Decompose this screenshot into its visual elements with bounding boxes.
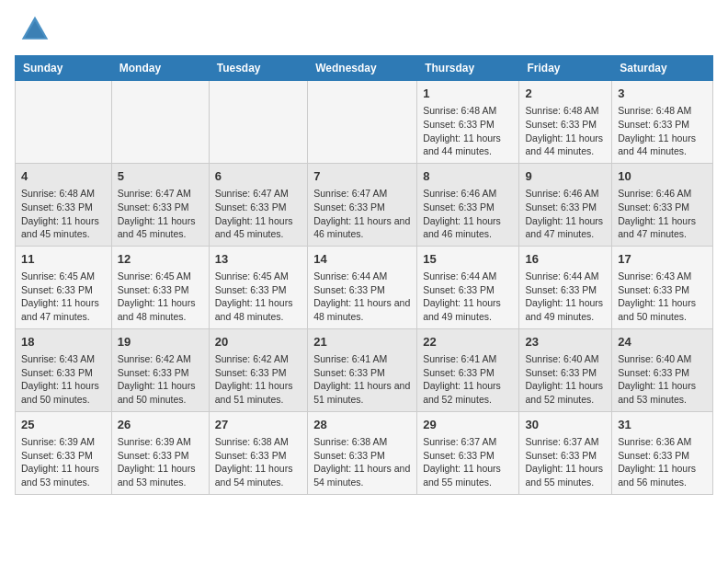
calendar-cell: 16Sunrise: 6:44 AM Sunset: 6:33 PM Dayli… [519, 246, 612, 328]
day-info: Sunrise: 6:37 AM Sunset: 6:33 PM Dayligh… [525, 435, 606, 489]
calendar-cell [209, 81, 307, 164]
calendar-cell: 8Sunrise: 6:46 AM Sunset: 6:33 PM Daylig… [417, 163, 519, 246]
calendar-header-tuesday: Tuesday [209, 56, 307, 81]
day-number: 21 [313, 334, 411, 350]
calendar-cell: 22Sunrise: 6:41 AM Sunset: 6:33 PM Dayli… [417, 328, 519, 411]
day-info: Sunrise: 6:38 AM Sunset: 6:33 PM Dayligh… [215, 435, 301, 489]
day-number: 18 [21, 334, 106, 350]
day-number: 5 [118, 168, 203, 185]
day-number: 17 [618, 251, 707, 268]
day-info: Sunrise: 6:45 AM Sunset: 6:33 PM Dayligh… [215, 270, 301, 324]
calendar-week-row: 25Sunrise: 6:39 AM Sunset: 6:33 PM Dayli… [16, 411, 713, 494]
calendar-cell: 11Sunrise: 6:45 AM Sunset: 6:33 PM Dayli… [16, 246, 112, 328]
calendar-week-row: 11Sunrise: 6:45 AM Sunset: 6:33 PM Dayli… [16, 246, 713, 328]
day-info: Sunrise: 6:39 AM Sunset: 6:33 PM Dayligh… [21, 435, 106, 489]
day-info: Sunrise: 6:42 AM Sunset: 6:33 PM Dayligh… [118, 352, 203, 407]
calendar-cell [111, 81, 209, 164]
day-info: Sunrise: 6:42 AM Sunset: 6:33 PM Dayligh… [215, 352, 301, 407]
calendar-cell: 17Sunrise: 6:43 AM Sunset: 6:33 PM Dayli… [612, 246, 713, 328]
day-number: 24 [618, 334, 707, 350]
day-number: 4 [21, 168, 106, 185]
calendar-cell: 29Sunrise: 6:37 AM Sunset: 6:33 PM Dayli… [417, 411, 519, 494]
day-number: 20 [215, 334, 301, 350]
day-number: 16 [525, 251, 606, 268]
day-info: Sunrise: 6:41 AM Sunset: 6:33 PM Dayligh… [313, 352, 411, 407]
calendar-week-row: 1Sunrise: 6:48 AM Sunset: 6:33 PM Daylig… [16, 81, 713, 164]
calendar-header-friday: Friday [519, 56, 612, 81]
calendar-cell: 2Sunrise: 6:48 AM Sunset: 6:33 PM Daylig… [519, 81, 612, 164]
day-number: 14 [313, 251, 411, 268]
day-number: 23 [525, 334, 606, 350]
day-number: 9 [525, 168, 606, 185]
calendar-cell: 28Sunrise: 6:38 AM Sunset: 6:33 PM Dayli… [308, 411, 417, 494]
day-number: 8 [423, 168, 513, 185]
day-info: Sunrise: 6:47 AM Sunset: 6:33 PM Dayligh… [313, 187, 411, 241]
day-number: 28 [313, 417, 411, 433]
day-info: Sunrise: 6:46 AM Sunset: 6:33 PM Dayligh… [525, 187, 606, 241]
calendar-cell: 3Sunrise: 6:48 AM Sunset: 6:33 PM Daylig… [612, 81, 713, 164]
day-number: 26 [118, 417, 203, 433]
day-number: 1 [423, 86, 513, 102]
calendar-cell: 13Sunrise: 6:45 AM Sunset: 6:33 PM Dayli… [209, 246, 307, 328]
day-info: Sunrise: 6:40 AM Sunset: 6:33 PM Dayligh… [618, 352, 707, 407]
day-number: 11 [21, 251, 106, 268]
calendar-header-monday: Monday [111, 56, 209, 81]
day-number: 19 [118, 334, 203, 350]
calendar-cell: 15Sunrise: 6:44 AM Sunset: 6:33 PM Dayli… [417, 246, 519, 328]
day-number: 3 [618, 86, 707, 102]
day-number: 25 [21, 417, 106, 433]
day-info: Sunrise: 6:40 AM Sunset: 6:33 PM Dayligh… [525, 352, 606, 407]
day-info: Sunrise: 6:39 AM Sunset: 6:33 PM Dayligh… [118, 435, 203, 489]
calendar-cell: 26Sunrise: 6:39 AM Sunset: 6:33 PM Dayli… [111, 411, 209, 494]
calendar-header-row: SundayMondayTuesdayWednesdayThursdayFrid… [16, 56, 713, 81]
day-info: Sunrise: 6:44 AM Sunset: 6:33 PM Dayligh… [423, 270, 513, 324]
day-number: 13 [215, 251, 301, 268]
calendar-cell: 14Sunrise: 6:44 AM Sunset: 6:33 PM Dayli… [308, 246, 417, 328]
calendar-cell [308, 81, 417, 164]
day-info: Sunrise: 6:36 AM Sunset: 6:33 PM Dayligh… [618, 435, 707, 489]
day-info: Sunrise: 6:37 AM Sunset: 6:33 PM Dayligh… [423, 435, 513, 489]
logo-icon [20, 15, 50, 44]
day-info: Sunrise: 6:43 AM Sunset: 6:33 PM Dayligh… [618, 270, 707, 324]
day-info: Sunrise: 6:45 AM Sunset: 6:33 PM Dayligh… [21, 270, 106, 324]
day-number: 2 [525, 86, 606, 102]
calendar-cell: 5Sunrise: 6:47 AM Sunset: 6:33 PM Daylig… [111, 163, 209, 246]
day-info: Sunrise: 6:47 AM Sunset: 6:33 PM Dayligh… [215, 187, 301, 241]
calendar-cell: 7Sunrise: 6:47 AM Sunset: 6:33 PM Daylig… [308, 163, 417, 246]
calendar-week-row: 4Sunrise: 6:48 AM Sunset: 6:33 PM Daylig… [16, 163, 713, 246]
day-info: Sunrise: 6:47 AM Sunset: 6:33 PM Dayligh… [118, 187, 203, 241]
day-number: 12 [118, 251, 203, 268]
day-number: 15 [423, 251, 513, 268]
day-info: Sunrise: 6:46 AM Sunset: 6:33 PM Dayligh… [423, 187, 513, 241]
day-number: 31 [618, 417, 707, 433]
day-info: Sunrise: 6:48 AM Sunset: 6:33 PM Dayligh… [21, 187, 106, 241]
day-info: Sunrise: 6:43 AM Sunset: 6:33 PM Dayligh… [21, 352, 106, 407]
day-number: 22 [423, 334, 513, 350]
calendar-cell [16, 81, 112, 164]
day-info: Sunrise: 6:48 AM Sunset: 6:33 PM Dayligh… [618, 104, 707, 158]
calendar-cell: 12Sunrise: 6:45 AM Sunset: 6:33 PM Dayli… [111, 246, 209, 328]
calendar-cell: 30Sunrise: 6:37 AM Sunset: 6:33 PM Dayli… [519, 411, 612, 494]
day-number: 6 [215, 168, 301, 185]
calendar-cell: 1Sunrise: 6:48 AM Sunset: 6:33 PM Daylig… [417, 81, 519, 164]
day-number: 30 [525, 417, 606, 433]
day-info: Sunrise: 6:38 AM Sunset: 6:33 PM Dayligh… [313, 435, 411, 489]
calendar-cell: 6Sunrise: 6:47 AM Sunset: 6:33 PM Daylig… [209, 163, 307, 246]
calendar-cell: 25Sunrise: 6:39 AM Sunset: 6:33 PM Dayli… [16, 411, 112, 494]
day-info: Sunrise: 6:44 AM Sunset: 6:33 PM Dayligh… [525, 270, 606, 324]
day-info: Sunrise: 6:46 AM Sunset: 6:33 PM Dayligh… [618, 187, 707, 241]
logo [15, 15, 50, 44]
calendar-cell: 19Sunrise: 6:42 AM Sunset: 6:33 PM Dayli… [111, 328, 209, 411]
day-number: 7 [313, 168, 411, 185]
calendar-cell: 31Sunrise: 6:36 AM Sunset: 6:33 PM Dayli… [612, 411, 713, 494]
calendar-cell: 18Sunrise: 6:43 AM Sunset: 6:33 PM Dayli… [16, 328, 112, 411]
page-header [15, 15, 713, 44]
calendar-cell: 10Sunrise: 6:46 AM Sunset: 6:33 PM Dayli… [612, 163, 713, 246]
day-number: 29 [423, 417, 513, 433]
calendar-cell: 23Sunrise: 6:40 AM Sunset: 6:33 PM Dayli… [519, 328, 612, 411]
calendar-header-saturday: Saturday [612, 56, 713, 81]
calendar-cell: 21Sunrise: 6:41 AM Sunset: 6:33 PM Dayli… [308, 328, 417, 411]
calendar-week-row: 18Sunrise: 6:43 AM Sunset: 6:33 PM Dayli… [16, 328, 713, 411]
day-info: Sunrise: 6:44 AM Sunset: 6:33 PM Dayligh… [313, 270, 411, 324]
calendar-cell: 20Sunrise: 6:42 AM Sunset: 6:33 PM Dayli… [209, 328, 307, 411]
